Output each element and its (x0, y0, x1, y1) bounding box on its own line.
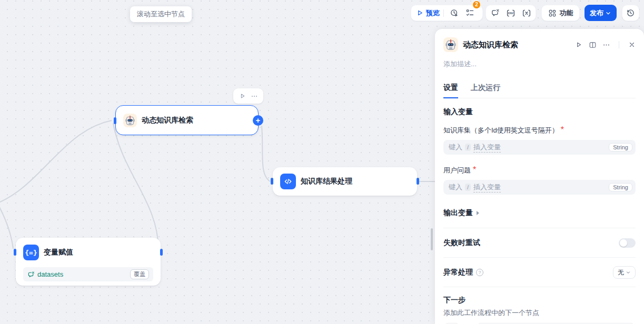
next-step-heading: 下一步 (443, 296, 636, 305)
scroll-to-node-tooltip: 滚动至选中节点 (130, 6, 192, 22)
retry-label: 失败时重试 (443, 238, 480, 248)
close-icon[interactable] (627, 38, 637, 51)
input-variables-heading: 输入变量 (443, 107, 636, 117)
svg-text:ENV: ENV (508, 12, 514, 14)
scrollbar[interactable] (431, 228, 433, 250)
checklist-icon[interactable]: 2 (463, 7, 476, 19)
conversation-variable-icon (27, 271, 35, 278)
checklist-count-badge: 2 (472, 1, 481, 9)
collapse-arrow-icon (477, 211, 479, 215)
toolbar-variables-group: ENV (486, 5, 536, 21)
node-title: 变量赋值 (44, 248, 73, 257)
retry-row: 失败时重试 (443, 238, 636, 248)
slash-key-hint: / (465, 184, 471, 191)
node-more-icon[interactable] (251, 90, 258, 103)
code-icon (280, 174, 296, 189)
assigner-icon: {=} (23, 245, 39, 260)
node-title: 动态知识库检索 (142, 116, 193, 125)
help-icon[interactable]: ? (476, 269, 483, 276)
features-button[interactable]: 功能 (541, 5, 580, 21)
play-icon (417, 9, 423, 16)
panel-title: 动态知识库检索 (463, 40, 574, 50)
divider (619, 41, 619, 48)
add-next-node-button[interactable]: + (253, 115, 263, 126)
workflow-canvas[interactable]: 滚动至选中节点 动态知识库检索 + 知识库结果处理 (0, 0, 644, 324)
history-icon (626, 8, 635, 17)
input-handle[interactable] (271, 178, 273, 185)
robot-icon (443, 37, 458, 52)
field-user-question: 用户问题* (443, 165, 636, 175)
robot-icon (123, 114, 137, 127)
toolbar-run-group: 预览 2 (411, 5, 483, 21)
chevron-down-icon (626, 270, 631, 275)
error-handling-label: 异常处理 (443, 268, 473, 277)
output-handle[interactable] (160, 249, 163, 256)
variable-name: datasets (37, 270, 63, 278)
global-variables-icon[interactable] (520, 7, 533, 19)
tab-settings[interactable]: 设置 (443, 83, 458, 98)
node-variable-assigner[interactable]: {=} 变量赋值 datasets 覆盖 (16, 238, 161, 286)
required-mark: * (473, 165, 476, 174)
input-handle[interactable] (14, 249, 16, 256)
more-options-icon[interactable] (601, 38, 611, 51)
node-dynamic-kb-retrieval[interactable]: 动态知识库检索 + (115, 105, 259, 135)
slash-key-hint: / (465, 144, 471, 151)
env-variables-icon[interactable]: ENV (504, 7, 517, 19)
node-settings-panel: 动态知识库检索 添加描述... 设置 上次运行 (435, 29, 644, 324)
description-input[interactable]: 添加描述... (443, 59, 636, 69)
features-grid-icon (548, 9, 557, 17)
preview-button[interactable]: 预览 (417, 8, 440, 18)
edge-retrieval-to-code (262, 126, 270, 181)
required-mark: * (561, 125, 564, 134)
user-question-input[interactable]: 键入 / 插入变量 String (443, 180, 636, 195)
panel-run-icon[interactable] (574, 38, 583, 51)
input-handle[interactable] (114, 117, 116, 124)
tab-last-run[interactable]: 上次运行 (471, 83, 500, 98)
panel-tabs: 设置 上次运行 (443, 83, 636, 98)
node-kb-result-processing[interactable]: 知识库结果处理 (273, 167, 417, 196)
assigned-variable-row[interactable]: datasets 覆盖 (23, 267, 153, 281)
edge-assigner-to-retrieval (113, 123, 158, 249)
node-title: 知识库结果处理 (301, 177, 352, 186)
error-handling-select[interactable]: 无 (613, 266, 636, 279)
edge-offscreen-to-retrieval (0, 120, 112, 203)
edge-offscreen-to-assigner (0, 204, 13, 249)
next-step-description: 添加此工作流程中的下一个节点 (443, 308, 636, 318)
kb-set-input[interactable]: 键入 / 插入变量 String (443, 140, 636, 155)
output-variables-toggle[interactable]: 输出变量 (443, 208, 636, 218)
version-history-button[interactable] (622, 5, 639, 21)
insert-variable-hint[interactable]: 插入变量 (473, 143, 501, 153)
type-badge: String (609, 183, 632, 191)
split-view-icon[interactable] (588, 38, 597, 51)
run-history-icon[interactable] (448, 7, 460, 19)
field-kb-set: 知识库集（多个Id使用英文逗号隔开）* (443, 125, 636, 135)
node-mini-toolbar (233, 88, 263, 104)
node-run-icon[interactable] (239, 90, 246, 103)
chat-variable-icon[interactable] (489, 7, 502, 19)
type-badge: String (609, 143, 632, 151)
output-handle[interactable] (417, 178, 419, 185)
error-handling-row: 异常处理 ? 无 (443, 266, 636, 279)
overwrite-badge: 覆盖 (130, 269, 149, 279)
publish-button[interactable]: 发布 (584, 5, 617, 21)
retry-toggle[interactable] (619, 238, 636, 248)
insert-variable-hint[interactable]: 插入变量 (473, 183, 501, 193)
chevron-down-icon (605, 10, 611, 16)
divider (443, 9, 444, 17)
